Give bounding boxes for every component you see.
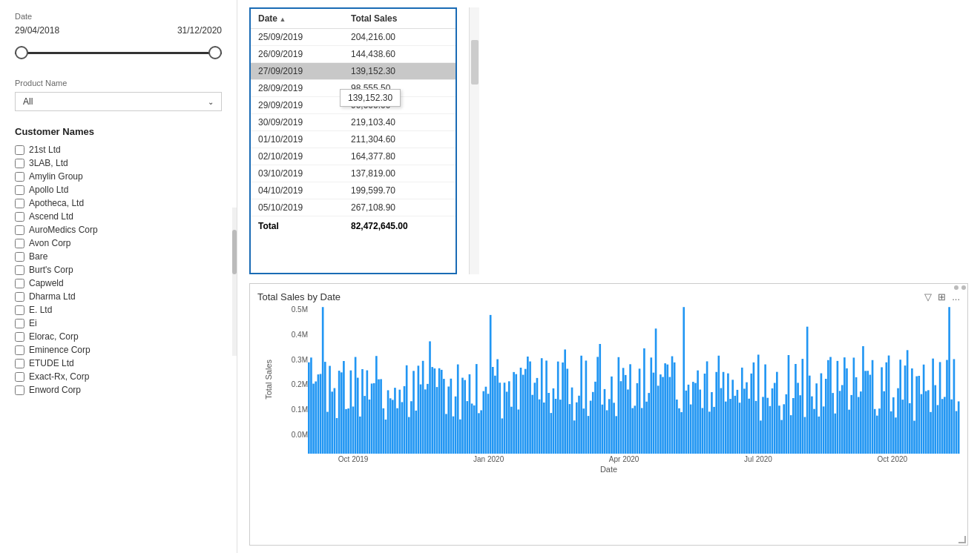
bar[interactable] bbox=[757, 354, 760, 454]
bar[interactable] bbox=[608, 399, 611, 454]
bar[interactable] bbox=[515, 374, 517, 454]
bar[interactable] bbox=[932, 359, 934, 454]
bar[interactable] bbox=[834, 414, 836, 454]
bar[interactable] bbox=[380, 379, 382, 454]
bar[interactable] bbox=[809, 376, 811, 454]
bar[interactable] bbox=[806, 327, 809, 454]
bar[interactable] bbox=[478, 413, 480, 454]
customer-checkbox[interactable] bbox=[15, 159, 24, 168]
bar[interactable] bbox=[510, 407, 513, 454]
bar[interactable] bbox=[499, 383, 501, 454]
bar[interactable] bbox=[466, 401, 468, 454]
bar[interactable] bbox=[911, 368, 913, 454]
bar[interactable] bbox=[815, 383, 818, 454]
bar[interactable] bbox=[545, 360, 547, 454]
bar[interactable] bbox=[622, 368, 625, 454]
bar[interactable] bbox=[450, 379, 453, 454]
bar[interactable] bbox=[797, 383, 799, 454]
bar[interactable] bbox=[476, 364, 478, 454]
bar[interactable] bbox=[350, 371, 352, 454]
customer-checkbox[interactable] bbox=[15, 385, 24, 395]
bar[interactable] bbox=[641, 408, 643, 454]
bar[interactable] bbox=[566, 368, 568, 454]
bar[interactable] bbox=[913, 421, 915, 454]
bar[interactable] bbox=[855, 377, 858, 454]
customer-checkbox[interactable] bbox=[15, 372, 24, 382]
bar[interactable] bbox=[723, 372, 725, 454]
bar[interactable] bbox=[941, 399, 944, 454]
customer-checkbox[interactable] bbox=[15, 279, 24, 288]
bar[interactable] bbox=[804, 417, 806, 454]
bar[interactable] bbox=[594, 382, 596, 454]
bar[interactable] bbox=[406, 365, 408, 454]
bar[interactable] bbox=[492, 367, 494, 454]
bar[interactable] bbox=[434, 368, 436, 454]
bar[interactable] bbox=[480, 410, 482, 454]
customer-checkbox[interactable] bbox=[15, 252, 24, 262]
bar[interactable] bbox=[643, 348, 645, 454]
bar[interactable] bbox=[504, 383, 506, 454]
bar[interactable] bbox=[674, 362, 676, 454]
bar[interactable] bbox=[496, 360, 499, 454]
sidebar-scrollbar-thumb[interactable] bbox=[232, 230, 237, 274]
bar[interactable] bbox=[329, 366, 331, 454]
bar[interactable] bbox=[811, 397, 813, 454]
bar[interactable] bbox=[473, 405, 476, 454]
bar[interactable] bbox=[872, 360, 874, 454]
bar[interactable] bbox=[886, 362, 888, 454]
bar[interactable] bbox=[618, 357, 620, 454]
bar[interactable] bbox=[529, 362, 531, 454]
bar[interactable] bbox=[420, 385, 422, 454]
bar[interactable] bbox=[541, 358, 543, 454]
bar[interactable] bbox=[671, 357, 674, 454]
bar[interactable] bbox=[485, 387, 487, 454]
bar[interactable] bbox=[599, 344, 601, 454]
bar[interactable] bbox=[774, 383, 776, 454]
bar[interactable] bbox=[315, 382, 317, 454]
bar[interactable] bbox=[550, 413, 552, 454]
bar[interactable] bbox=[655, 328, 657, 454]
bar[interactable] bbox=[846, 368, 848, 454]
bar[interactable] bbox=[555, 399, 557, 454]
bar[interactable] bbox=[692, 382, 694, 454]
bar[interactable] bbox=[823, 406, 825, 454]
customer-checkbox[interactable] bbox=[15, 345, 24, 355]
bar[interactable] bbox=[839, 391, 841, 454]
bar[interactable] bbox=[410, 401, 412, 454]
bar[interactable] bbox=[825, 379, 827, 454]
bar[interactable] bbox=[725, 402, 727, 454]
bar[interactable] bbox=[786, 394, 788, 454]
bar[interactable] bbox=[345, 409, 347, 454]
bar[interactable] bbox=[958, 401, 960, 454]
bar[interactable] bbox=[729, 399, 731, 454]
bar[interactable] bbox=[387, 390, 389, 454]
bar[interactable] bbox=[892, 397, 895, 454]
bar[interactable] bbox=[734, 396, 736, 454]
bar[interactable] bbox=[385, 420, 387, 454]
customer-checkbox[interactable] bbox=[15, 239, 24, 248]
bar[interactable] bbox=[925, 391, 927, 454]
bar[interactable] bbox=[341, 372, 343, 454]
bar[interactable] bbox=[755, 401, 757, 454]
bar[interactable] bbox=[720, 388, 723, 454]
bar[interactable] bbox=[415, 411, 417, 454]
bar[interactable] bbox=[639, 368, 641, 454]
bar[interactable] bbox=[429, 341, 431, 454]
more-icon[interactable]: ... bbox=[952, 291, 960, 302]
bar[interactable] bbox=[637, 383, 639, 454]
bar[interactable] bbox=[762, 397, 764, 454]
bar[interactable] bbox=[373, 383, 375, 454]
bar[interactable] bbox=[909, 403, 911, 454]
bar[interactable] bbox=[522, 375, 524, 454]
bar[interactable] bbox=[760, 420, 762, 454]
bar[interactable] bbox=[443, 379, 445, 454]
expand-icon[interactable]: ⊞ bbox=[938, 291, 946, 302]
bar[interactable] bbox=[657, 385, 660, 454]
bar[interactable] bbox=[715, 372, 717, 454]
bar[interactable] bbox=[731, 380, 734, 454]
bar[interactable] bbox=[753, 362, 755, 454]
bar[interactable] bbox=[490, 315, 492, 454]
bar[interactable] bbox=[531, 395, 533, 454]
bar[interactable] bbox=[818, 417, 820, 454]
bar[interactable] bbox=[347, 408, 349, 454]
